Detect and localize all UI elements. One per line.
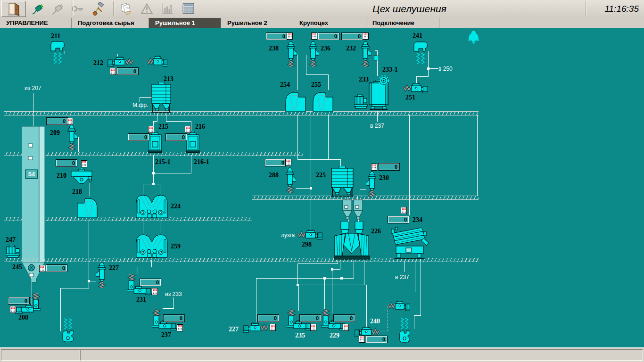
screw-conveyor-212a[interactable] [107,57,134,67]
counter-230[interactable]: 0 [378,163,400,171]
alarms-button[interactable] [137,1,157,16]
motor-233[interactable] [354,94,368,110]
counter-245[interactable]: 0 [46,264,67,272]
counter-234-keypad-icon[interactable] [401,207,407,214]
machine-254[interactable] [285,90,306,112]
machine-210[interactable] [71,168,92,185]
counter-288[interactable]: 0 [265,159,287,166]
counter-245-keypad-icon[interactable] [39,265,45,272]
counter-232[interactable]: 0 [341,33,363,40]
weigher-216[interactable] [186,131,200,153]
hoppers-226[interactable] [342,199,363,220]
crusher-226[interactable] [334,222,370,260]
counter-209[interactable]: 0 [46,117,68,125]
counter-227-keypad-icon[interactable] [270,324,276,331]
counter-208-keypad-icon[interactable] [10,306,16,313]
machine-218[interactable] [77,196,98,218]
counter-236-keypad-icon[interactable] [311,33,317,40]
feeder-232[interactable] [359,41,372,67]
fan-241[interactable] [413,41,428,67]
diagram-label: 298 [302,241,312,248]
pipe-junction [152,172,155,174]
counter-229[interactable]: 0 [333,314,355,322]
menu-control[interactable]: УПРАВЛЕНИЕ [0,18,72,28]
screw-conveyor-227b[interactable] [243,322,269,333]
counter-216-keypad-icon[interactable] [185,126,191,133]
counter-229-keypad-icon[interactable] [343,324,349,331]
counter-234[interactable]: 0 [388,216,409,223]
tools-icon [91,2,105,16]
separator-259[interactable] [135,233,168,258]
valve-245[interactable] [28,264,35,272]
counter-209-keypad-icon[interactable] [67,118,73,125]
level-indicator-54[interactable]: 54 [25,170,38,179]
junction-box-232[interactable] [374,56,379,60]
feeder-209[interactable] [66,124,78,150]
elevator-right[interactable] [398,317,412,345]
diagram-label: 216 [195,123,205,131]
screw-conveyor-250[interactable] [388,301,410,311]
counter-240[interactable]: 0 [366,336,388,343]
silo-213[interactable] [151,82,171,113]
trends-button[interactable] [157,1,177,16]
feeder-227[interactable] [96,262,108,288]
tab-podgotovka-syrya[interactable]: Подготовка сырья [72,18,149,28]
counter-235-keypad-icon[interactable] [310,324,316,331]
counter-237[interactable]: 0 [163,314,185,322]
counter-235[interactable]: 0 [299,314,321,322]
feeder-230[interactable] [366,171,378,197]
shaker-234[interactable] [390,225,429,259]
process-canvas: 0000000000000000000211212213215216215-12… [0,28,644,347]
counter-208[interactable]: 0 [8,297,30,304]
counter-212[interactable]: 0 [117,67,139,75]
clock: 11:16:35 [589,4,639,14]
silo-225[interactable] [331,166,354,197]
counter-230-keypad-icon[interactable] [371,164,377,171]
gear-233-1[interactable] [379,75,389,86]
machine-255[interactable] [313,90,333,112]
counter-210[interactable]: 0 [56,159,77,167]
alarm-bell[interactable] [468,30,479,44]
pipe-junction [152,183,155,185]
weigher-215[interactable] [148,131,162,153]
feeder-238[interactable] [285,41,297,67]
counter-232-keypad-icon[interactable] [363,33,369,40]
counter-216[interactable]: 0 [165,133,187,141]
counter-236[interactable]: 0 [318,33,339,40]
motor-247[interactable] [6,245,21,259]
tab-rushilnoe-1[interactable]: Рушильное 1 [149,18,221,28]
settings-tools-button[interactable] [89,1,107,16]
counter-231-keypad-icon[interactable] [152,288,158,295]
elevator-left[interactable] [61,318,75,344]
screw-conveyor-251[interactable] [403,83,428,93]
counter-237-keypad-icon[interactable] [177,324,183,331]
diagram-label: 247 [6,236,16,244]
feeder-236[interactable] [307,41,319,67]
diagram-label: 233 [359,76,369,83]
disconnect-button[interactable] [48,1,67,16]
fan-211[interactable] [50,41,65,67]
feeder-288[interactable] [284,167,296,193]
access-key-button[interactable] [68,1,87,16]
values-table-button[interactable] [178,1,198,16]
counter-240-keypad-icon[interactable] [359,336,365,343]
report-button[interactable] [116,1,136,16]
exit-button[interactable] [1,1,26,17]
counter-227[interactable]: 0 [257,314,279,322]
connect-button[interactable] [28,1,47,16]
counter-212-keypad-icon[interactable] [110,68,116,75]
screw-conveyor-212b[interactable] [147,56,167,67]
counter-215-keypad-icon[interactable] [148,126,154,133]
window-title: Цех шелушения [372,3,453,15]
tab-podklyuchenie[interactable]: Подключение [366,18,439,28]
counter-215[interactable]: 0 [128,133,149,141]
counter-238-keypad-icon[interactable] [287,33,293,40]
tab-krupoceh[interactable]: Крупоцех [293,18,366,28]
counter-231[interactable]: 0 [140,279,161,286]
screw-conveyor-298[interactable] [297,230,322,240]
counter-210-keypad-icon[interactable] [81,160,87,167]
counter-288-keypad-icon[interactable] [285,159,291,166]
separator-224[interactable] [135,194,168,218]
counter-238[interactable]: 0 [266,33,288,40]
tab-rushilnoe-2[interactable]: Рушильное 2 [221,18,293,28]
